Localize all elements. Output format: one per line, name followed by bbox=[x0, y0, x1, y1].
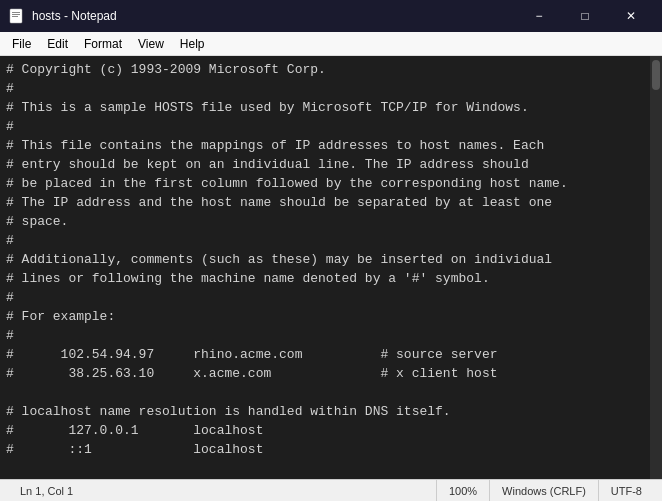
zoom-level: 100% bbox=[449, 485, 477, 497]
menu-help[interactable]: Help bbox=[172, 35, 213, 53]
menu-edit[interactable]: Edit bbox=[39, 35, 76, 53]
editor-area: # Copyright (c) 1993-2009 Microsoft Corp… bbox=[0, 56, 662, 479]
menu-file[interactable]: File bbox=[4, 35, 39, 53]
status-bar: Ln 1, Col 1 100% Windows (CRLF) UTF-8 bbox=[0, 479, 662, 501]
editor-text[interactable]: # Copyright (c) 1993-2009 Microsoft Corp… bbox=[0, 56, 662, 479]
window-title: hosts - Notepad bbox=[32, 9, 516, 23]
menu-bar: File Edit Format View Help bbox=[0, 32, 662, 56]
title-bar: hosts - Notepad − □ ✕ bbox=[0, 0, 662, 32]
svg-rect-1 bbox=[12, 12, 20, 13]
line-ending: Windows (CRLF) bbox=[502, 485, 586, 497]
editor-container: # Copyright (c) 1993-2009 Microsoft Corp… bbox=[0, 56, 662, 479]
close-button[interactable]: ✕ bbox=[608, 0, 654, 32]
menu-view[interactable]: View bbox=[130, 35, 172, 53]
maximize-button[interactable]: □ bbox=[562, 0, 608, 32]
svg-rect-2 bbox=[12, 14, 20, 15]
minimize-button[interactable]: − bbox=[516, 0, 562, 32]
encoding: UTF-8 bbox=[611, 485, 642, 497]
status-encoding-section: UTF-8 bbox=[599, 480, 654, 501]
menu-format[interactable]: Format bbox=[76, 35, 130, 53]
scrollbar-thumb[interactable] bbox=[652, 60, 660, 90]
status-position-section: Ln 1, Col 1 bbox=[8, 480, 437, 501]
status-zoom-section: 100% bbox=[437, 480, 490, 501]
vertical-scrollbar[interactable] bbox=[650, 56, 662, 479]
app-icon bbox=[8, 8, 24, 24]
window-controls: − □ ✕ bbox=[516, 0, 654, 32]
svg-rect-3 bbox=[12, 16, 18, 17]
cursor-position: Ln 1, Col 1 bbox=[20, 485, 73, 497]
status-line-ending-section: Windows (CRLF) bbox=[490, 480, 599, 501]
